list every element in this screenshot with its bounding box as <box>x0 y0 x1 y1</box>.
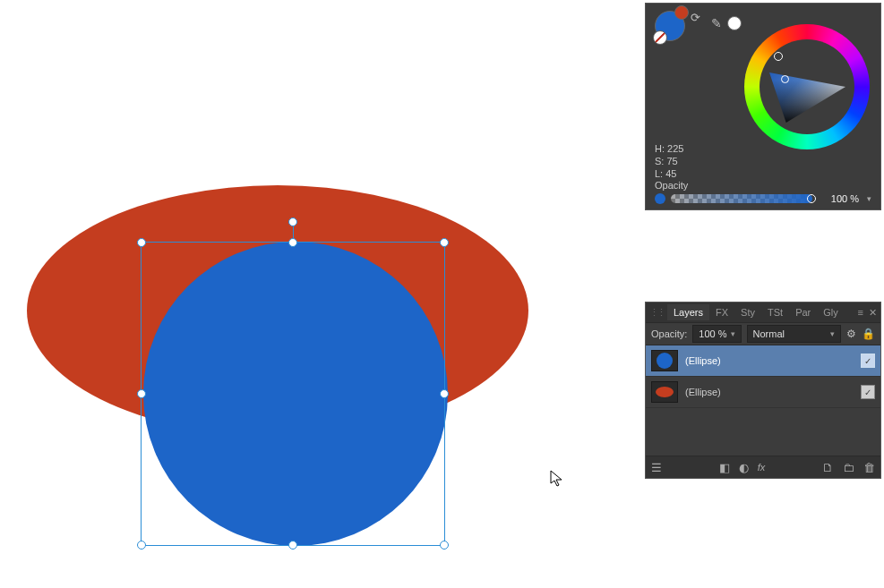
rotation-handle[interactable] <box>288 217 297 226</box>
handle-bottom-center[interactable] <box>288 541 297 550</box>
visibility-checkbox[interactable]: ✓ <box>861 385 875 399</box>
layer-thumbnail <box>651 350 678 371</box>
fx-icon[interactable]: fx <box>758 462 766 473</box>
handle-top-left[interactable] <box>137 238 146 247</box>
layer-row[interactable]: (Ellipse) ✓ <box>646 377 880 408</box>
panel-menu-icon[interactable]: ≡ <box>858 307 863 319</box>
tab-fx[interactable]: FX <box>709 304 734 320</box>
swap-colours-icon[interactable]: ⟳ <box>691 11 700 24</box>
layers-stack-icon[interactable]: ☰ <box>651 461 662 474</box>
canvas[interactable] <box>0 0 645 588</box>
opacity-dropdown-icon[interactable]: ▾ <box>867 194 871 203</box>
cursor-pointer-icon <box>550 470 564 488</box>
sl-marker[interactable] <box>781 75 789 83</box>
colour-wheel[interactable] <box>744 24 870 149</box>
panel-tabs: ⋮⋮ Layers FX Sty TSt Par Gly ≡ ✕ <box>646 303 880 323</box>
opacity-row: Opacity 100 % ▾ <box>655 180 871 204</box>
chevron-down-icon: ▾ <box>830 326 835 342</box>
opacity-slider-knob[interactable] <box>807 194 816 203</box>
handle-bottom-right[interactable] <box>440 541 449 550</box>
tab-sty[interactable]: Sty <box>734 304 761 320</box>
selection-bounding-box[interactable] <box>141 242 445 546</box>
handle-bottom-left[interactable] <box>137 541 146 550</box>
tab-layers[interactable]: Layers <box>667 304 709 320</box>
layer-opacity-field[interactable]: 100 % ▾ <box>692 325 741 343</box>
tab-gly[interactable]: Gly <box>817 304 845 320</box>
eyedropper-icon[interactable]: ✎ <box>711 16 722 30</box>
layers-panel-footer: ☰ ◧ ◐ fx 🗋 🗀 🗑 <box>646 456 880 478</box>
opacity-swatch-icon <box>655 193 665 204</box>
layers-panel: ⋮⋮ Layers FX Sty TSt Par Gly ≡ ✕ Opacity… <box>646 303 880 478</box>
handle-top-center[interactable] <box>288 238 297 247</box>
blend-mode-field[interactable]: Normal ▾ <box>747 325 841 343</box>
group-layer-icon[interactable]: 🗀 <box>843 461 854 474</box>
lightness-value: L: 45 <box>655 167 683 180</box>
tab-tst[interactable]: TSt <box>761 304 789 320</box>
layer-row[interactable]: (Ellipse) ✓ <box>646 345 880 377</box>
tab-par[interactable]: Par <box>789 304 817 320</box>
colour-panel: ⟳ ✎ H: 225 S: 75 L: 45 Opacity 100 % ▾ <box>646 4 880 209</box>
saturation-value: S: 75 <box>655 155 683 167</box>
handle-middle-left[interactable] <box>137 389 146 398</box>
gear-icon[interactable]: ⚙ <box>846 328 856 340</box>
lock-icon[interactable]: 🔒 <box>862 328 875 340</box>
layer-opacity-label: Opacity: <box>651 328 687 339</box>
no-fill-icon[interactable] <box>653 30 667 45</box>
handle-top-right[interactable] <box>440 238 449 247</box>
ellipse-icon <box>657 353 673 369</box>
secondary-swatch[interactable] <box>674 5 689 20</box>
delete-layer-icon[interactable]: 🗑 <box>863 461 875 474</box>
blend-mode-value: Normal <box>753 326 785 342</box>
layer-name[interactable]: (Ellipse) <box>685 387 854 397</box>
hue-value: H: 225 <box>655 142 683 155</box>
layer-list: (Ellipse) ✓ (Ellipse) ✓ <box>646 345 880 456</box>
opacity-label: Opacity <box>655 180 871 191</box>
colour-swatches: ⟳ ✎ <box>655 11 742 43</box>
opacity-value[interactable]: 100 % <box>818 193 859 204</box>
adjustment-icon[interactable]: ◐ <box>739 461 749 474</box>
reset-colour-swatch[interactable] <box>727 16 742 30</box>
hsl-readout: H: 225 S: 75 L: 45 <box>655 142 683 180</box>
mask-icon[interactable]: ◧ <box>719 461 730 474</box>
hue-marker[interactable] <box>774 52 783 61</box>
handle-middle-right[interactable] <box>440 389 449 398</box>
panel-grip-icon[interactable]: ⋮⋮ <box>649 307 664 319</box>
layer-name[interactable]: (Ellipse) <box>685 355 854 366</box>
ellipse-icon <box>656 387 674 397</box>
chevron-down-icon: ▾ <box>731 326 735 342</box>
layer-options-row: Opacity: 100 % ▾ Normal ▾ ⚙ 🔒 <box>646 323 880 345</box>
opacity-slider[interactable] <box>671 194 812 203</box>
new-pixel-layer-icon[interactable]: 🗋 <box>822 461 834 474</box>
panel-close-icon[interactable]: ✕ <box>869 307 877 319</box>
layer-opacity-value: 100 % <box>699 326 726 342</box>
layer-thumbnail <box>651 381 678 403</box>
visibility-checkbox[interactable]: ✓ <box>861 354 875 368</box>
